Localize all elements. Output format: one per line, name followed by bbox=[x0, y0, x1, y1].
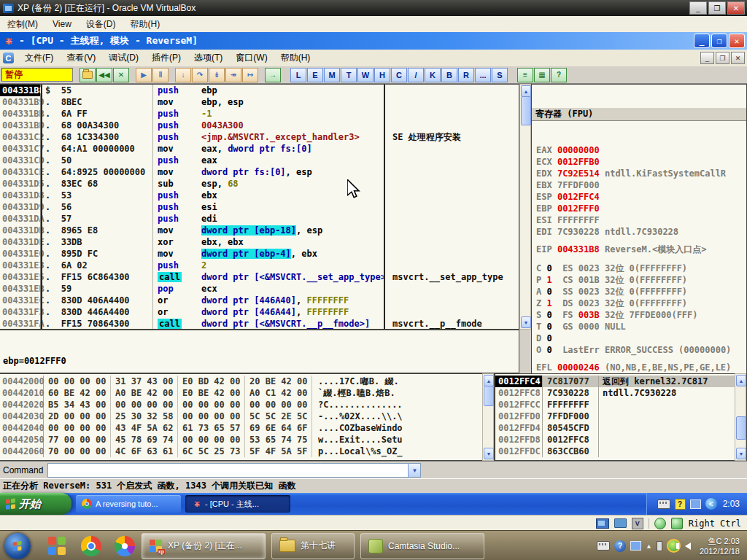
disasm-row[interactable]: 004331C7. 64:A1 00000000moveax, dword pt… bbox=[0, 143, 519, 155]
view-h-button[interactable]: H bbox=[374, 68, 390, 82]
dump-row[interactable]: 0044204000 00 00 0043 4F 5A 6261 73 65 5… bbox=[0, 422, 494, 434]
disasm-row[interactable]: 004331BD. 68 00A34300push0043A300 bbox=[0, 120, 519, 131]
flag-line[interactable]: T 0 GS 0000 NULL bbox=[532, 321, 746, 332]
host-task-button[interactable]: xpXP (备份 2) [正在... bbox=[142, 533, 266, 559]
ollydbg-close-button[interactable]: ✕ bbox=[729, 34, 745, 48]
combo-dropdown-arrow[interactable]: ▼ bbox=[408, 464, 420, 477]
disassembly-scrollbar[interactable]: ▲ ▼ bbox=[519, 84, 531, 330]
ollydbg-restore-button[interactable]: ❐ bbox=[711, 34, 727, 48]
close-program-button[interactable]: ✕ bbox=[113, 68, 129, 82]
stack-row[interactable]: 0012FFD80012FFC8 bbox=[495, 434, 746, 446]
ollydbg-menu-item[interactable]: 文件(F) bbox=[18, 50, 60, 66]
scroll-up-arrow[interactable]: ▲ bbox=[484, 375, 494, 386]
ollydbg-menu-item[interactable]: 查看(V) bbox=[60, 50, 102, 66]
stack-row[interactable]: 0012FFC47C817077返回到 kernel32.7C817 bbox=[495, 376, 746, 387]
scroll-down-arrow[interactable]: ▼ bbox=[521, 316, 531, 328]
command-combobox[interactable]: ▼ bbox=[47, 463, 421, 478]
view-w-button[interactable]: W bbox=[357, 68, 374, 82]
run-button[interactable]: ▶ bbox=[136, 68, 152, 82]
register-line[interactable]: ESI FFFFFFFF bbox=[532, 214, 746, 226]
quicklaunch-search-icon[interactable] bbox=[47, 535, 69, 557]
flag-line[interactable]: P 1 CS 001B 32位 0(FFFFFFFF) bbox=[532, 274, 746, 286]
view-k-button[interactable]: K bbox=[425, 68, 441, 82]
disasm-row[interactable]: 004331C2. 68 1C334300push<jmp.&MSVCRT._e… bbox=[0, 131, 519, 143]
register-line[interactable]: ECX 0012FFB0 bbox=[532, 156, 746, 168]
ollydbg-menu-item[interactable]: 帮助(H) bbox=[274, 50, 317, 66]
flag-line[interactable]: O 0 LastErr ERROR_SUCCESS (00000000) bbox=[532, 344, 746, 356]
scroll-thumb[interactable] bbox=[736, 416, 746, 440]
ollydbg-menu-item[interactable]: 选项(T) bbox=[187, 50, 229, 66]
mdi-restore-button[interactable]: ❐ bbox=[716, 52, 729, 64]
view-e-button[interactable]: E bbox=[307, 68, 323, 82]
scroll-up-arrow[interactable]: ▲ bbox=[521, 85, 531, 97]
view-dots-button[interactable]: ... bbox=[475, 68, 491, 82]
vbox-maximize-button[interactable]: ❐ bbox=[708, 1, 726, 15]
dump-row[interactable]: 004420302D 00 00 0025 30 32 5800 00 00 0… bbox=[0, 411, 494, 422]
dump-row[interactable]: 0044201060 BE 42 00A0 BE 42 00E0 BE 42 0… bbox=[0, 387, 494, 399]
show-hidden-icons-arrow[interactable]: ▲ bbox=[646, 542, 652, 550]
flag-line[interactable]: C 0 ES 0023 32位 0(FFFFFFFF) bbox=[532, 262, 746, 274]
vbox-menu-item[interactable]: View bbox=[45, 18, 79, 31]
help-tray-icon[interactable]: ? bbox=[614, 540, 626, 552]
help-tray-icon[interactable]: ? bbox=[675, 499, 686, 510]
vbox-minimize-button[interactable]: _ bbox=[689, 1, 707, 15]
view-/-button[interactable]: / bbox=[408, 68, 424, 82]
eip-line[interactable]: EIP 004331B8 ReverseM.<模块入口点> bbox=[532, 244, 746, 255]
vbox-menu-item[interactable]: 设备(D) bbox=[79, 17, 123, 32]
view-c-button[interactable]: C bbox=[391, 68, 407, 82]
flag-line[interactable]: Z 1 DS 0023 32位 0(FFFFFFFF) bbox=[532, 298, 746, 309]
disasm-row[interactable]: 004331BB. 6A FFpush-1 bbox=[0, 108, 519, 120]
stack-row[interactable]: 0012FFCCFFFFFFFF bbox=[495, 399, 746, 411]
register-line[interactable]: EBP 0012FFF0 bbox=[532, 203, 746, 214]
disasm-row[interactable]: 004331B9. 8BECmovebp, esp bbox=[0, 96, 519, 108]
register-line[interactable]: EDI 7C930228 ntdll.7C930228 bbox=[532, 226, 746, 238]
command-input[interactable] bbox=[48, 464, 408, 477]
disasm-row[interactable]: 004331D9. 56pushesi bbox=[0, 201, 519, 213]
flag-line[interactable]: S 0 FS 003B 32位 7FFDE000(FFF) bbox=[532, 309, 746, 321]
volume-mixer-icon[interactable] bbox=[657, 541, 662, 551]
disasm-row[interactable]: 004331D8. 53pushebx bbox=[0, 190, 519, 201]
trace-over-button[interactable]: ↠ bbox=[225, 68, 241, 82]
view-s-button[interactable]: S bbox=[492, 68, 508, 82]
language-bar-icon[interactable]: < bbox=[705, 498, 717, 510]
vbox-menu-item[interactable]: 控制(M) bbox=[0, 17, 45, 32]
vbox-mouse-integration-icon[interactable] bbox=[671, 518, 683, 529]
disasm-row[interactable]: 004331FA. FF15 70864300calldword ptr [<&… bbox=[0, 318, 519, 330]
step-over-button[interactable]: ↷ bbox=[192, 68, 208, 82]
keyboard-icon[interactable] bbox=[597, 541, 610, 551]
mdi-minimize-button[interactable]: _ bbox=[700, 52, 714, 64]
pause-button[interactable]: ‖ bbox=[152, 68, 169, 82]
host-task-button[interactable]: 第十七讲 bbox=[271, 533, 355, 559]
vbox-display-icon[interactable] bbox=[596, 518, 609, 529]
open-file-button[interactable] bbox=[80, 68, 96, 82]
register-line[interactable]: EDX 7C92E514 ntdll.KiFastSystemCallR bbox=[532, 168, 746, 179]
flag-line[interactable]: D 0 bbox=[532, 332, 746, 344]
stack-row[interactable]: 0012FFD480545CFD bbox=[495, 422, 746, 434]
host-start-orb[interactable] bbox=[4, 533, 31, 559]
disasm-row[interactable]: 004331F3. 830D 446A4400ordword ptr [446A… bbox=[0, 306, 519, 318]
restart-button[interactable]: ◀◀ bbox=[96, 68, 112, 82]
disasm-row[interactable]: 004331CD. 50pusheax bbox=[0, 155, 519, 166]
appearance-button[interactable]: ▦ bbox=[534, 68, 550, 82]
mdi-close-button[interactable]: ✕ bbox=[731, 52, 745, 64]
vbox-virtualization-icon[interactable]: V bbox=[632, 518, 643, 529]
scroll-down-arrow[interactable]: ▼ bbox=[736, 448, 746, 459]
ollydbg-minimize-button[interactable]: _ bbox=[694, 34, 710, 48]
dump-row[interactable]: 0044200000 00 00 0031 37 43 00E0 BD 42 0… bbox=[0, 376, 494, 387]
disasm-row[interactable]: 004331DB. 8965 E8movdword ptr [ebp-18], … bbox=[0, 225, 519, 236]
vbox-network-icon[interactable] bbox=[654, 518, 666, 529]
efl-line[interactable]: EFL 00000246 (NO,NB,E,BE,NS,PE,GE,LE) bbox=[532, 362, 746, 373]
vbox-close-button[interactable]: ✕ bbox=[727, 1, 745, 15]
stack-row[interactable]: 0012FFC87C930228ntdll.7C930228 bbox=[495, 387, 746, 399]
help-button[interactable]: ? bbox=[551, 68, 567, 82]
stack-row[interactable]: 0012FFDC863CCB60 bbox=[495, 446, 746, 457]
step-into-button[interactable]: ↓ bbox=[175, 68, 191, 82]
stack-row[interactable]: 0012FFD07FFDF000 bbox=[495, 411, 746, 422]
dump-row[interactable]: 0044205077 00 00 0045 78 69 7400 00 00 0… bbox=[0, 434, 494, 446]
keyboard-icon[interactable] bbox=[657, 499, 670, 509]
ollydbg-menu-item[interactable]: 窗口(W) bbox=[229, 50, 274, 66]
register-line[interactable]: ESP 0012FFC4 bbox=[532, 191, 746, 203]
disasm-row[interactable]: 004331DE. 33DBxorebx, ebx bbox=[0, 236, 519, 248]
execute-till-return-button[interactable]: ↦ bbox=[242, 68, 258, 82]
scroll-down-arrow[interactable]: ▼ bbox=[484, 448, 494, 459]
